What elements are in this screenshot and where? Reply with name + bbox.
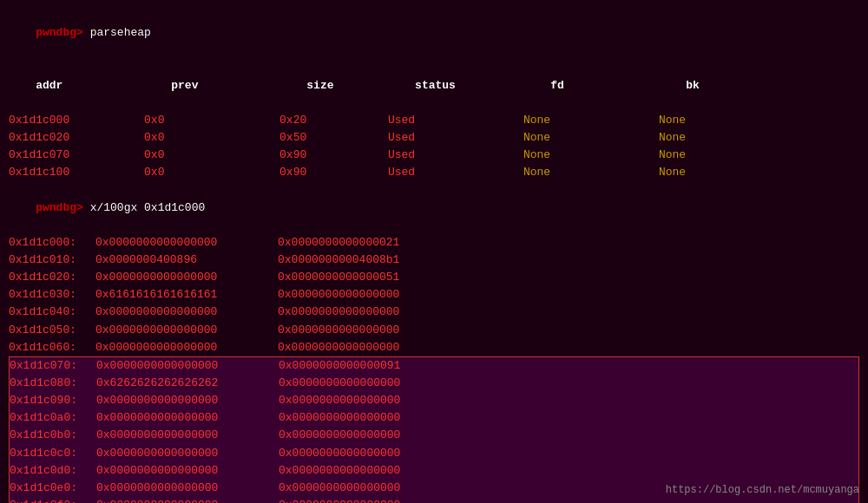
hex-col2: 0x0000000000000000: [279, 480, 400, 497]
hex-col2: 0x0000000000000000: [279, 409, 400, 427]
hex-col2: 0x0000000000000000: [279, 497, 400, 503]
hex-col1: 0x6262626262626262: [96, 375, 279, 392]
hex-addr: 0x1d1c060:: [9, 339, 95, 356]
hex-row: 0x1d1c0d0:0x00000000000000000x0000000000…: [9, 462, 859, 480]
heap-size: 0x50: [279, 131, 388, 144]
heap-table: 0x1d1c000 0x0 0x20 Used None None0x1d1c0…: [9, 112, 859, 182]
heap-bk: None: [659, 148, 686, 161]
col-addr: addr: [36, 79, 171, 92]
heap-fd: None: [523, 166, 659, 179]
hex-col1: 0x0000000000000000: [96, 497, 279, 503]
hex-col1: 0x0000000000000000: [95, 322, 278, 339]
heap-fd: None: [523, 148, 659, 161]
heap-addr: 0x1d1c100: [9, 166, 144, 179]
cmd-1: parseheap: [83, 26, 151, 39]
heap-size: 0x20: [279, 114, 388, 127]
heap-status: Used: [388, 148, 523, 161]
heap-row: 0x1d1c000 0x0 0x20 Used None None: [9, 112, 859, 129]
hex-col2: 0x0000000000000021: [278, 234, 399, 252]
hex-col1: 0x0000000000000000: [96, 392, 279, 409]
hex-col1: 0x0000000000000000: [95, 269, 278, 286]
hex-dump: 0x1d1c000:0x00000000000000000x0000000000…: [9, 234, 859, 503]
hex-col1: 0x0000000000000000: [95, 234, 278, 252]
hex-col2: 0x0000000000000000: [279, 462, 400, 480]
hex-row: 0x1d1c0a0:0x00000000000000000x0000000000…: [9, 409, 859, 427]
heap-row: 0x1d1c020 0x0 0x50 Used None None: [9, 129, 859, 147]
heap-addr: 0x1d1c020: [9, 131, 144, 144]
terminal-window: pwndbg> parseheap addr prev size status …: [9, 7, 859, 503]
heap-prev: 0x0: [144, 131, 279, 144]
hex-addr: 0x1d1c0a0:: [10, 409, 96, 427]
heap-row: 0x1d1c070 0x0 0x90 Used None None: [9, 147, 859, 164]
hex-addr: 0x1d1c040:: [9, 304, 95, 321]
heap-row: 0x1d1c100 0x0 0x90 Used None None: [9, 164, 859, 181]
col-size: size: [306, 79, 415, 92]
hex-row: 0x1d1c040:0x00000000000000000x0000000000…: [9, 304, 859, 321]
hex-addr: 0x1d1c030:: [9, 286, 95, 304]
heap-bk: None: [659, 114, 686, 127]
prompt-2: pwndbg>: [36, 201, 83, 214]
hex-addr: 0x1d1c070:: [10, 357, 96, 375]
hex-addr: 0x1d1c020:: [9, 269, 95, 286]
hex-addr: 0x1d1c000:: [9, 234, 95, 252]
watermark: https://blog.csdn.net/mcmuyanga: [666, 484, 859, 496]
hex-addr: 0x1d1c0e0:: [10, 480, 96, 497]
heap-status: Used: [388, 114, 523, 127]
hex-col1: 0x0000000000000000: [96, 445, 279, 462]
hex-addr: 0x1d1c050:: [9, 322, 95, 339]
hex-col2: 0x0000000000000051: [278, 269, 399, 286]
hex-col1: 0x0000000000000000: [96, 462, 279, 480]
hex-col2: 0x0000000000000000: [279, 375, 400, 392]
command-line-1: pwndbg> parseheap: [9, 7, 859, 59]
hex-col2: 0x0000000000000091: [279, 357, 400, 375]
heap-status: Used: [388, 166, 523, 179]
hex-row: 0x1d1c020:0x00000000000000000x0000000000…: [9, 269, 859, 286]
hex-row: 0x1d1c0c0:0x00000000000000000x0000000000…: [9, 445, 859, 462]
heap-status: Used: [388, 131, 523, 144]
hex-addr: 0x1d1c010:: [9, 252, 95, 269]
table-header: addr prev size status fd bk: [9, 59, 859, 111]
hex-col1: 0x0000000000000000: [96, 480, 279, 497]
hex-col1: 0x6161616161616161: [95, 286, 278, 304]
hex-col1: 0x0000000000000000: [95, 339, 278, 356]
hex-col1: 0x0000000000000000: [96, 409, 279, 427]
hex-col2: 0x0000000000000000: [278, 286, 399, 304]
hex-row: 0x1d1c060:0x00000000000000000x0000000000…: [9, 339, 859, 356]
heap-addr: 0x1d1c000: [9, 114, 144, 127]
hex-addr: 0x1d1c090:: [10, 392, 96, 409]
hex-row: 0x1d1c050:0x00000000000000000x0000000000…: [9, 322, 859, 339]
hex-addr: 0x1d1c0c0:: [10, 445, 96, 462]
hex-col1: 0x0000000000000000: [96, 357, 279, 375]
hex-col1: 0x0000000400896: [95, 252, 278, 269]
hex-col2: 0x0000000000000000: [279, 392, 400, 409]
hex-col1: 0x0000000000000000: [95, 304, 278, 321]
hex-row: 0x1d1c010:0x00000004008960x0000000000400…: [9, 252, 859, 269]
cmd-2: x/100gx 0x1d1c000: [83, 201, 205, 214]
heap-bk: None: [659, 166, 686, 179]
heap-size: 0x90: [279, 166, 388, 179]
heap-addr: 0x1d1c070: [9, 148, 144, 161]
heap-bk: None: [659, 131, 686, 144]
col-status: status: [415, 79, 550, 92]
command-line-2: pwndbg> x/100gx 0x1d1c000: [9, 181, 859, 233]
heap-prev: 0x0: [144, 166, 279, 179]
heap-prev: 0x0: [144, 114, 279, 127]
prompt-1: pwndbg>: [36, 26, 83, 39]
hex-col2: 0x0000000000000000: [279, 445, 400, 462]
hex-col2: 0x00000000004008b1: [278, 252, 399, 269]
hex-addr: 0x1d1c0f0:: [10, 497, 96, 503]
hex-col2: 0x0000000000000000: [278, 322, 399, 339]
hex-col2: 0x0000000000000000: [279, 427, 400, 444]
hex-row: 0x1d1c0f0:0x00000000000000000x0000000000…: [9, 497, 859, 503]
hex-row: 0x1d1c0b0:0x00000000000000000x0000000000…: [9, 427, 859, 444]
hex-col2: 0x0000000000000000: [278, 339, 399, 356]
hex-addr: 0x1d1c0b0:: [10, 427, 96, 444]
col-fd: fd: [550, 79, 686, 92]
hex-row: 0x1d1c030:0x61616161616161610x0000000000…: [9, 286, 859, 304]
heap-size: 0x90: [279, 148, 388, 161]
hex-row: 0x1d1c000:0x00000000000000000x0000000000…: [9, 234, 859, 252]
hex-col2: 0x0000000000000000: [278, 304, 399, 321]
hex-row: 0x1d1c090:0x00000000000000000x0000000000…: [9, 392, 859, 409]
heap-fd: None: [523, 131, 659, 144]
hex-col1: 0x0000000000000000: [96, 427, 279, 444]
